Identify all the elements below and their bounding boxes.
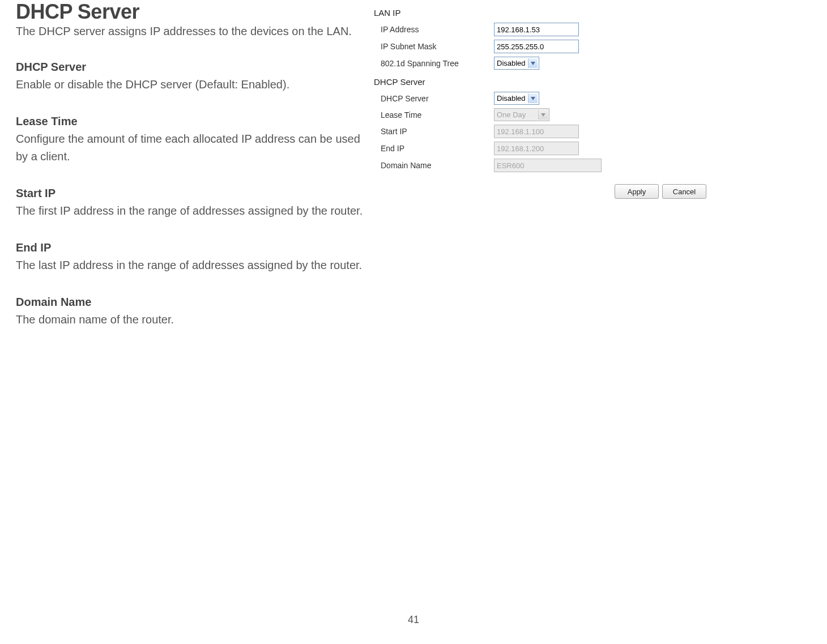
section-heading: DHCP Server bbox=[16, 61, 367, 74]
domain-name-row: Domain Name bbox=[374, 157, 663, 174]
lan-ip-section-title: LAN IP bbox=[374, 8, 663, 18]
action-buttons: Apply Cancel bbox=[615, 184, 706, 199]
settings-panel: LAN IP IP Address IP Subnet Mask 802.1d … bbox=[374, 5, 663, 174]
spanning-tree-value: Disabled bbox=[497, 59, 526, 67]
section-start-ip: Start IP The first IP address in the ran… bbox=[16, 187, 367, 220]
svg-marker-2 bbox=[541, 113, 545, 117]
subnet-mask-row: IP Subnet Mask bbox=[374, 38, 663, 55]
section-domain-name: Domain Name The domain name of the route… bbox=[16, 296, 367, 329]
lease-time-label: Lease Time bbox=[381, 110, 494, 120]
ip-address-input[interactable] bbox=[494, 23, 579, 36]
help-text-column: DHCP Server The DHCP server assigns IP a… bbox=[16, 0, 367, 350]
subnet-mask-input[interactable] bbox=[494, 40, 579, 53]
page-intro: The DHCP server assigns IP addresses to … bbox=[16, 25, 367, 38]
lease-time-value: One Day bbox=[497, 110, 526, 119]
dhcp-section-title: DHCP Server bbox=[374, 77, 663, 87]
ip-address-label: IP Address bbox=[381, 25, 494, 34]
section-heading: End IP bbox=[16, 241, 367, 254]
section-body: Configure the amount of time each alloca… bbox=[16, 130, 367, 165]
start-ip-row: Start IP bbox=[374, 123, 663, 140]
apply-button[interactable]: Apply bbox=[615, 184, 659, 199]
subnet-mask-label: IP Subnet Mask bbox=[381, 42, 494, 51]
section-body: The first IP address in the range of add… bbox=[16, 202, 367, 220]
svg-marker-0 bbox=[531, 62, 535, 65]
spanning-tree-label: 802.1d Spanning Tree bbox=[381, 59, 494, 68]
start-ip-label: Start IP bbox=[381, 127, 494, 136]
section-dhcp-server: DHCP Server Enable or disable the DHCP s… bbox=[16, 61, 367, 93]
domain-name-label: Domain Name bbox=[381, 161, 494, 170]
end-ip-row: End IP bbox=[374, 140, 663, 157]
page-number: 41 bbox=[408, 614, 419, 626]
section-lease-time: Lease Time Configure the amount of time … bbox=[16, 115, 367, 165]
dhcp-server-row: DHCP Server Disabled bbox=[374, 90, 663, 106]
end-ip-input bbox=[494, 142, 579, 155]
section-heading: Domain Name bbox=[16, 296, 367, 309]
section-body: Enable or disable the DHCP server (Defau… bbox=[16, 76, 367, 93]
section-body: The domain name of the router. bbox=[16, 311, 367, 329]
section-body: The last IP address in the range of addr… bbox=[16, 257, 367, 274]
end-ip-label: End IP bbox=[381, 144, 494, 153]
start-ip-input bbox=[494, 125, 579, 138]
chevron-down-icon bbox=[528, 58, 538, 68]
domain-name-input bbox=[494, 159, 602, 172]
dhcp-server-label: DHCP Server bbox=[381, 94, 494, 103]
chevron-down-icon bbox=[528, 93, 538, 103]
page-title: DHCP Server bbox=[16, 0, 367, 24]
lease-time-row: Lease Time One Day bbox=[374, 106, 663, 123]
lease-time-select: One Day bbox=[494, 108, 549, 121]
ip-address-row: IP Address bbox=[374, 21, 663, 38]
spanning-tree-row: 802.1d Spanning Tree Disabled bbox=[374, 55, 663, 71]
section-end-ip: End IP The last IP address in the range … bbox=[16, 241, 367, 274]
chevron-down-icon bbox=[538, 110, 548, 120]
section-heading: Lease Time bbox=[16, 115, 367, 128]
dhcp-server-select[interactable]: Disabled bbox=[494, 92, 539, 105]
section-heading: Start IP bbox=[16, 187, 367, 200]
spanning-tree-select[interactable]: Disabled bbox=[494, 57, 539, 70]
svg-marker-1 bbox=[531, 97, 535, 100]
dhcp-server-value: Disabled bbox=[497, 94, 526, 103]
cancel-button[interactable]: Cancel bbox=[662, 184, 706, 199]
